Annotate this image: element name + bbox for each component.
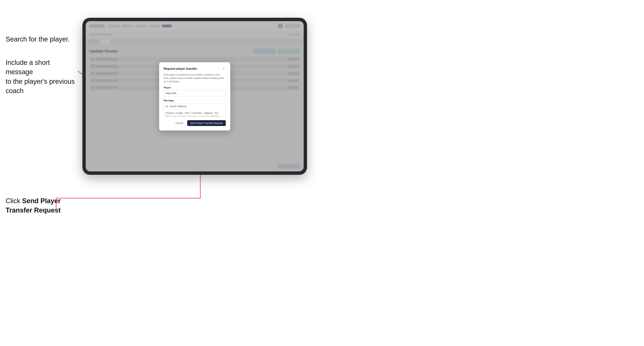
annotation-click-prefix: Click	[6, 197, 22, 205]
modal-footer: Cancel Send Player Transfer Request	[164, 120, 226, 126]
tablet-screen: Update Roster	[86, 21, 304, 172]
annotation-message: Include a short messageto the player's p…	[6, 58, 77, 96]
request-transfer-modal: Request player transfer × If the player …	[159, 62, 230, 131]
modal-description: If the player is transferring from anoth…	[164, 73, 226, 83]
player-label: Player	[164, 86, 226, 89]
modal-header: Request player transfer ×	[164, 67, 226, 71]
annotation-click: Click Send PlayerTransfer Request	[6, 196, 61, 215]
modal-title: Request player transfer	[164, 67, 197, 70]
message-label: Message	[164, 99, 226, 102]
cancel-button[interactable]: Cancel	[173, 121, 185, 126]
annotation-search: Search for the player.	[6, 35, 70, 44]
modal-overlay: Request player transfer × If the player …	[86, 21, 304, 172]
player-input[interactable]	[164, 90, 226, 96]
send-transfer-request-button[interactable]: Send Player Transfer Request	[187, 120, 226, 126]
message-textarea[interactable]: Hi Coach McHarg, Please accept this tran…	[164, 103, 226, 116]
tablet-device: Update Roster	[82, 18, 307, 175]
close-icon[interactable]: ×	[222, 67, 226, 71]
